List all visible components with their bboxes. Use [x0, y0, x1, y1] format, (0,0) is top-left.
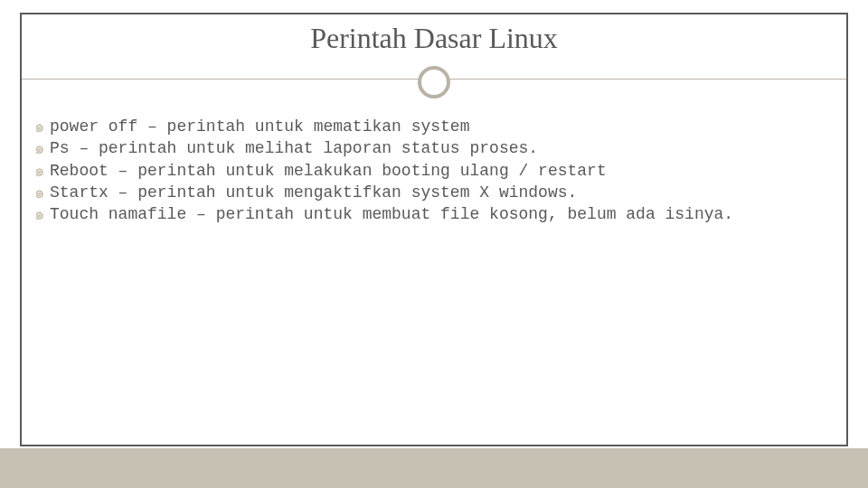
slide: Perintah Dasar Linux ๑ power off – perin… — [0, 0, 868, 488]
ring-icon — [418, 66, 450, 99]
list-item: ๑ Touch namafile – perintah untuk membua… — [34, 203, 834, 225]
bullet-icon: ๑ — [34, 137, 44, 159]
list-item-text: Ps – perintah untuk melihat laporan stat… — [50, 137, 834, 159]
slide-title: Perintah Dasar Linux — [0, 22, 868, 55]
content-list: ๑ power off – perintah untuk mematikan s… — [34, 116, 834, 225]
bullet-icon: ๑ — [34, 203, 44, 225]
bottom-bar — [0, 448, 868, 488]
list-item: ๑ Startx – perintah untuk mengaktifkan s… — [34, 182, 834, 203]
list-item-text: power off – perintah untuk mematikan sys… — [50, 116, 834, 137]
bullet-icon: ๑ — [34, 116, 44, 137]
list-item-text: Touch namafile – perintah untuk membuat … — [50, 203, 834, 225]
list-item-text: Reboot – perintah untuk melakukan bootin… — [50, 160, 834, 182]
list-item: ๑ power off – perintah untuk mematikan s… — [34, 116, 834, 137]
list-item: ๑ Reboot – perintah untuk melakukan boot… — [34, 160, 834, 182]
bullet-icon: ๑ — [34, 160, 44, 182]
list-item: ๑ Ps – perintah untuk melihat laporan st… — [34, 137, 834, 159]
bullet-icon: ๑ — [34, 182, 44, 203]
list-item-text: Startx – perintah untuk mengaktifkan sys… — [50, 182, 834, 203]
